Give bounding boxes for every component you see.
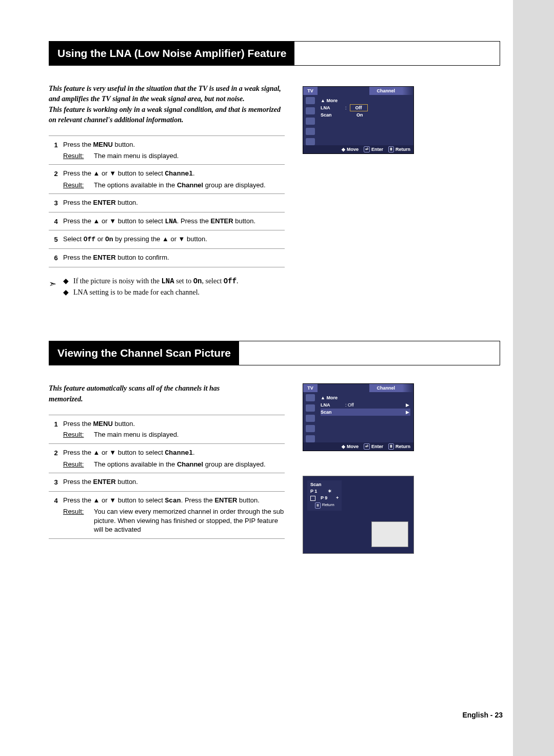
osd-icon: [306, 97, 315, 104]
osd-item-lna: LNA: [321, 105, 345, 111]
page-footer: English - 23: [462, 710, 503, 720]
scan-info-overlay: Scan P 1✶ P 9+ ⅢReturn: [307, 480, 342, 511]
osd-item-lna: LNA: [321, 402, 345, 408]
enter-key-icon: ⏎: [364, 146, 370, 152]
intro-text-1: This feature is very useful in the situa…: [49, 84, 287, 125]
return-key-icon: Ⅲ: [388, 443, 394, 450]
osd-lna-off: Off: [350, 104, 368, 111]
arrow-right-icon: ▶: [406, 402, 409, 408]
osd-icon: [306, 415, 315, 422]
osd-lna-on: On: [351, 112, 368, 118]
step-row: 2 Press the ▲ or ▼ button to select Chan…: [49, 165, 285, 194]
step-row: 6 Press the ENTER button to confirm.: [49, 249, 285, 267]
page-edge-shade: [513, 0, 554, 756]
step-row: 5 Select Off or On by pressing the ▲ or …: [49, 230, 285, 249]
bullet-icon: ◆: [63, 277, 73, 286]
updown-icon: ◆: [342, 443, 345, 450]
steps-list-lna: 1 Press the MENU button. Result:The main…: [49, 135, 285, 267]
step-row: 2 Press the ▲ or ▼ button to select Chan…: [49, 444, 285, 473]
return-key-icon: Ⅲ: [315, 502, 321, 509]
osd-item-scan: Scan: [321, 409, 345, 415]
osd-scan-menu: TV Channel ▲: [303, 383, 414, 451]
osd-icon: [306, 118, 315, 125]
enter-key-icon: ⏎: [364, 443, 370, 450]
pip-subpicture: [371, 521, 408, 547]
arrow-right-icon: ▶: [406, 409, 409, 415]
osd-item-scan: Scan: [321, 112, 345, 118]
step-row: 3 Press the ENTER button.: [49, 194, 285, 212]
scan-preview: Scan P 1✶ P 9+ ⅢReturn: [303, 476, 414, 554]
osd-tv-label: TV: [303, 384, 318, 392]
section-head-scan: Viewing the Channel Scan Picture: [49, 341, 500, 365]
note-arrow-icon: ➣: [49, 277, 63, 300]
steps-list-scan: 1 Press the MENU button. Result:The main…: [49, 415, 285, 539]
osd-hints: ◆Move ⏎Enter ⅢReturn: [303, 442, 413, 451]
return-key-icon: Ⅲ: [388, 146, 394, 152]
osd-tv-label: TV: [303, 87, 318, 95]
stop-icon: [310, 496, 315, 501]
bullet-icon: ◆: [63, 288, 73, 298]
step-row: 1 Press the MENU button. Result:The main…: [49, 135, 285, 165]
step-row: 3 Press the ENTER button.: [49, 473, 285, 492]
updown-icon: ◆: [342, 146, 345, 152]
osd-icon: [306, 435, 315, 442]
step-row: 4 Press the ▲ or ▼ button to select LNA.…: [49, 212, 285, 231]
step-row: 1 Press the MENU button. Result:The main…: [49, 415, 285, 444]
note-block: ➣ ◆If the picture is noisy with the LNA …: [49, 277, 290, 300]
step-row: 4 Press the ▲ or ▼ button to select Scan…: [49, 492, 285, 539]
osd-more: ▲ More: [321, 395, 345, 401]
osd-icon: [306, 394, 315, 401]
osd-lna-menu: TV Channel ▲ More: [303, 86, 414, 154]
osd-icon: [306, 404, 315, 412]
osd-icon: [306, 138, 315, 145]
osd-icon: [306, 425, 315, 432]
osd-more: ▲ More: [321, 98, 345, 104]
osd-title: Channel: [369, 87, 402, 95]
intro-text-2: This feature automatically scans all of …: [49, 383, 254, 404]
osd-title: Channel: [369, 384, 402, 392]
osd-icon: [306, 128, 315, 135]
osd-hints: ◆Move ⏎Enter ⅢReturn: [303, 145, 413, 153]
section-head-lna: Using the LNA (Low Noise Amplifier) Feat…: [49, 41, 500, 66]
section-title-lna: Using the LNA (Low Noise Amplifier) Feat…: [49, 42, 294, 65]
section-title-scan: Viewing the Channel Scan Picture: [49, 341, 239, 365]
osd-category-icons: [303, 392, 318, 442]
osd-category-icons: [303, 95, 318, 145]
osd-icon: [306, 107, 315, 114]
